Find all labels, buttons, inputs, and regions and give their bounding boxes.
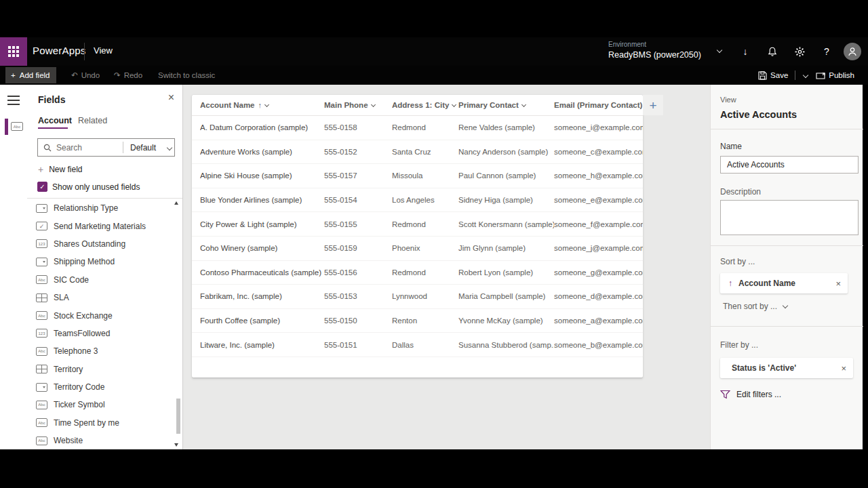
field-list-item[interactable]: Territory <box>27 361 182 378</box>
cell-city: Redmond <box>392 220 458 228</box>
field-list-item[interactable]: Stock Exchange <box>27 306 182 324</box>
table-row[interactable]: Blue Yonder Airlines (sample) 555-0154 L… <box>192 188 643 213</box>
field-list-item[interactable]: Send Marketing Materials <box>27 217 182 235</box>
field-list-item[interactable]: Shipping Method <box>27 253 182 270</box>
table-row[interactable]: Alpine Ski House (sample) 555-0157 Misso… <box>192 164 643 188</box>
table-row[interactable]: Litware, Inc. (sample) 555-0151 Dallas S… <box>192 333 643 357</box>
fields-panel: Fields × Account Related Default + New <box>27 85 183 449</box>
field-list-item[interactable]: Territory Code <box>27 378 182 396</box>
fields-list-scrollbar[interactable] <box>176 399 180 434</box>
search-input[interactable] <box>56 143 121 152</box>
table-row[interactable]: Adventure Works (sample) 555-0152 Santa … <box>192 140 643 165</box>
column-header-primary-contact[interactable]: Primary Contact <box>458 101 554 109</box>
menu-view[interactable]: View <box>94 45 113 56</box>
column-chevron-down-icon <box>370 102 375 106</box>
fields-panel-title: Fields <box>38 94 65 105</box>
cell-primary-contact: Yvonne McKay (sample) <box>458 317 554 325</box>
description-label: Description <box>720 187 761 197</box>
field-list-item[interactable]: Telephone 3 <box>27 342 182 360</box>
undo-button[interactable]: ↶ Undo <box>71 66 100 85</box>
add-field-button[interactable]: + Add field <box>5 67 56 83</box>
cell-account-name: Coho Winery (sample) <box>200 244 324 252</box>
remove-filter-icon[interactable]: × <box>834 363 853 373</box>
cell-account-name: Fabrikam, Inc. (sample) <box>200 292 324 300</box>
switch-to-classic-button[interactable]: Switch to classic <box>158 66 215 85</box>
field-type-icon <box>36 204 47 213</box>
command-bar-right: Save Publish <box>758 66 854 85</box>
redo-button[interactable]: ↷ Redo <box>114 66 142 85</box>
app-launcher-button[interactable] <box>0 37 27 66</box>
tab-account[interactable]: Account <box>38 116 72 125</box>
field-filter-dropdown[interactable]: Default <box>123 143 174 152</box>
column-chevron-down-icon <box>452 102 456 106</box>
cell-main-phone: 555-0157 <box>324 171 392 180</box>
fields-list: Relationship Type Send Marketing Materia… <box>27 199 182 449</box>
column-header-address-city[interactable]: Address 1: City <box>392 101 458 109</box>
cell-primary-contact: Paul Cannon (sample) <box>458 171 554 180</box>
help-icon[interactable]: ? <box>815 37 838 66</box>
table-row[interactable]: A. Datum Corporation (sample) 555-0158 R… <box>192 116 643 140</box>
field-list-item[interactable]: Website <box>27 432 182 449</box>
filter-condition-pill[interactable]: Status is 'Active' × <box>720 358 853 378</box>
active-tab-underline <box>38 127 68 129</box>
field-list-item[interactable]: Relationship Type <box>27 199 182 217</box>
field-list-item[interactable]: TeamsFollowed <box>27 325 182 342</box>
field-list-item[interactable]: SLA <box>27 289 182 306</box>
hamburger-menu-icon[interactable] <box>7 96 20 108</box>
add-column-button[interactable]: + <box>643 95 663 115</box>
filter-funnel-icon <box>720 390 730 399</box>
field-search-box: Default <box>37 138 175 157</box>
plus-icon: + <box>11 71 16 79</box>
view-name-input[interactable] <box>720 156 859 174</box>
cell-main-phone: 555-0152 <box>324 148 392 156</box>
environment-switcher[interactable]: Environment ReadyBMS (power2050) <box>608 41 701 60</box>
table-row[interactable]: Contoso Pharmaceuticals (sample) 555-015… <box>192 261 643 285</box>
new-field-button[interactable]: + New field <box>38 164 83 175</box>
rail-item-fields[interactable]: Abc <box>0 117 27 136</box>
cell-email: someone_i@example.com <box>554 123 643 131</box>
save-button[interactable]: Save <box>758 71 788 80</box>
field-list-item[interactable]: Shares Outstanding <box>27 235 182 253</box>
close-icon[interactable]: × <box>168 92 174 104</box>
cell-email: someone_j@example.com <box>554 244 643 252</box>
then-sort-by-button[interactable]: Then sort by ... <box>723 302 787 311</box>
field-list-item[interactable]: Ticker Symbol <box>27 396 182 413</box>
sort-condition-pill[interactable]: ↑ Account Name × <box>720 273 848 293</box>
field-type-icon <box>36 293 47 302</box>
chevron-down-icon <box>783 303 788 308</box>
publish-icon <box>816 71 825 80</box>
environment-label: Environment <box>608 41 701 48</box>
bell-icon <box>768 47 777 57</box>
save-chevron-down-icon[interactable] <box>803 73 808 78</box>
table-row[interactable]: Fabrikam, Inc. (sample) 555-0153 Lynnwoo… <box>192 285 643 309</box>
view-preview-table: Account Name ↑ Main Phone Address 1: Cit… <box>192 95 643 378</box>
table-row[interactable]: City Power & Light (sample) 555-0155 Red… <box>192 212 643 237</box>
publish-button[interactable]: Publish <box>816 71 854 80</box>
download-icon[interactable]: ↓ <box>734 37 757 66</box>
column-header-account-name[interactable]: Account Name ↑ <box>200 101 324 109</box>
view-description-input[interactable] <box>720 200 859 235</box>
cell-primary-contact: Jim Glynn (sample) <box>458 244 554 252</box>
field-list-item[interactable]: SIC Code <box>27 271 182 289</box>
save-floppy-icon <box>758 71 767 80</box>
environment-chevron-down-icon[interactable] <box>717 47 722 53</box>
cell-account-name: Alpine Ski House (sample) <box>200 171 324 180</box>
show-unused-fields-checkbox[interactable]: ✓ Show only unused fields <box>37 182 140 192</box>
edit-filters-button[interactable]: Edit filters ... <box>720 390 781 399</box>
scroll-down-arrow-icon[interactable] <box>174 443 178 447</box>
settings-gear-icon[interactable] <box>788 37 811 66</box>
column-header-email[interactable]: Email (Primary Contact) <box>554 101 643 109</box>
table-row[interactable]: Fourth Coffee (sample) 555-0150 Renton Y… <box>192 309 643 333</box>
account-avatar[interactable] <box>844 43 861 60</box>
cell-city: Redmond <box>392 268 458 277</box>
notifications-bell-icon[interactable] <box>761 37 784 66</box>
field-list-item[interactable]: Time Spent by me <box>27 414 182 432</box>
cell-primary-contact: Nancy Anderson (sample) <box>458 148 554 156</box>
column-header-main-phone[interactable]: Main Phone <box>324 101 392 109</box>
command-bar: + Add field ↶ Undo ↷ Redo Switch to clas… <box>0 66 868 85</box>
cell-city: Phoenix <box>392 244 458 252</box>
tab-related[interactable]: Related <box>78 116 107 125</box>
cell-city: Renton <box>392 317 458 325</box>
remove-sort-icon[interactable]: × <box>829 279 848 289</box>
table-row[interactable]: Coho Winery (sample) 555-0159 Phoenix Ji… <box>192 237 643 261</box>
